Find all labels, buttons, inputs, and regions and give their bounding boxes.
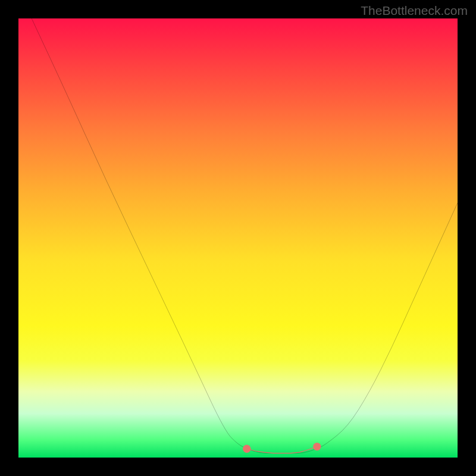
bottleneck-curve-path [32, 18, 458, 453]
floor-marker-dot [313, 443, 321, 450]
chart-svg [18, 18, 458, 458]
chart-plot-area [18, 18, 458, 458]
watermark-text: TheBottleneck.com [361, 4, 468, 18]
bottleneck-floor-path [247, 447, 317, 453]
floor-marker-dot [243, 445, 250, 453]
bottleneck-floor-dots [243, 443, 321, 453]
